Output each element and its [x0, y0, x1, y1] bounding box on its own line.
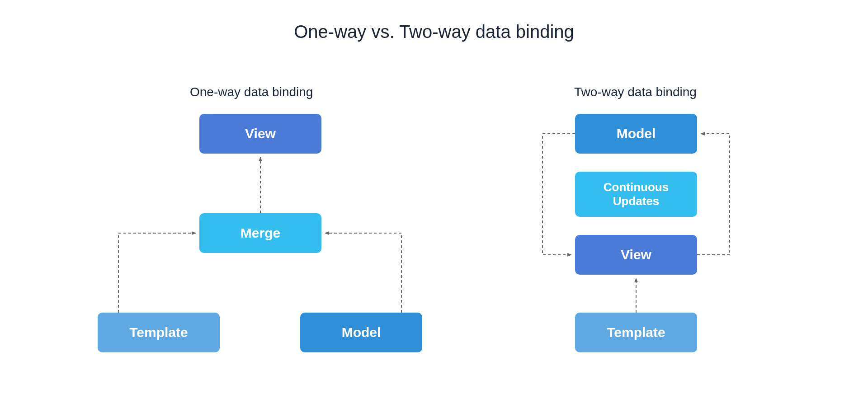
diagram-title: One-way vs. Two-way data binding — [0, 22, 868, 42]
left-template-box: Template — [98, 313, 220, 352]
left-subtitle: One-way data binding — [190, 85, 313, 99]
right-template-box: Template — [575, 313, 697, 352]
right-continuous-box: Continuous Updates — [575, 172, 697, 217]
right-subtitle: Two-way data binding — [574, 85, 697, 99]
right-continuous-label: Continuous Updates — [604, 180, 669, 208]
left-view-box: View — [199, 114, 321, 154]
left-model-box: Model — [300, 313, 422, 352]
right-view-box: View — [575, 235, 697, 275]
left-merge-box: Merge — [199, 213, 321, 253]
right-model-box: Model — [575, 114, 697, 154]
